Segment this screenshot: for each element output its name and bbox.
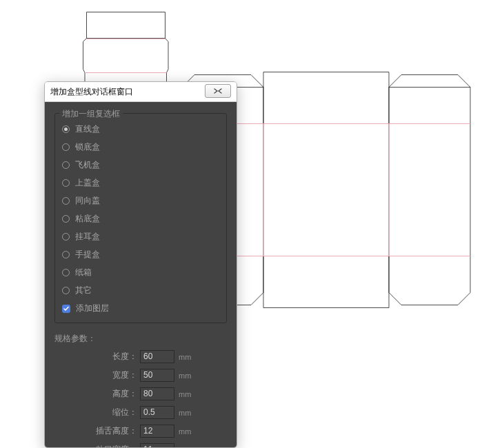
close-icon xyxy=(213,88,223,94)
glue-width-input[interactable]: 11 xyxy=(140,443,174,447)
radio-option-6[interactable]: 挂耳盒 xyxy=(62,231,219,243)
spec-row-length: 长度： 60 mm xyxy=(54,350,227,363)
radio-icon xyxy=(62,197,70,205)
spec-label: 插舌高度： xyxy=(54,425,140,437)
box-type-group: 增加一组复选框 直线盒 锁底盒 飞机盒 上盖盒 xyxy=(54,113,227,323)
radio-option-5[interactable]: 粘底盒 xyxy=(62,213,219,225)
radio-option-8[interactable]: 纸箱 xyxy=(62,267,219,278)
radio-icon xyxy=(62,143,70,151)
radio-icon xyxy=(62,233,70,241)
spec-row-height: 高度： 80 mm xyxy=(54,387,227,400)
tuck-height-input[interactable]: 12 xyxy=(140,425,174,438)
spec-unit: mm xyxy=(179,390,191,398)
spec-rows: 长度： 60 mm 宽度： 50 mm 高度： 80 mm 缩位： 0.5 mm… xyxy=(54,350,227,447)
close-button[interactable] xyxy=(205,84,231,98)
spec-row-shrink: 缩位： 0.5 mm xyxy=(54,406,227,419)
radio-option-7[interactable]: 手提盒 xyxy=(62,249,219,261)
radio-icon xyxy=(62,125,70,133)
dialog-title: 增加盒型线对话框窗口 xyxy=(50,86,133,98)
spec-label: 长度： xyxy=(54,351,140,363)
spec-row-tuck-height: 插舌高度： 12 mm xyxy=(54,425,227,438)
radio-icon xyxy=(62,161,70,169)
dialog-titlebar[interactable]: 增加盒型线对话框窗口 xyxy=(45,82,237,102)
radio-icon xyxy=(62,269,70,276)
radio-label: 纸箱 xyxy=(75,267,92,278)
spec-row-width: 宽度： 50 mm xyxy=(54,369,227,382)
radio-label: 直线盒 xyxy=(75,123,100,135)
box-type-radio-list: 直线盒 锁底盒 飞机盒 上盖盒 同向盖 xyxy=(62,121,219,314)
spec-unit: mm xyxy=(179,353,191,361)
radio-label: 粘底盒 xyxy=(75,213,100,225)
radio-option-2[interactable]: 飞机盒 xyxy=(62,159,219,171)
spec-unit: mm xyxy=(179,427,191,436)
spec-label: 粘口宽度： xyxy=(54,444,140,447)
radio-label: 同向盖 xyxy=(75,195,100,207)
radio-icon xyxy=(62,251,70,258)
spec-unit: mm xyxy=(179,446,191,448)
radio-label: 其它 xyxy=(75,285,92,296)
spec-section-title: 规格参数： xyxy=(54,333,227,345)
add-layer-checkbox-row[interactable]: 添加图层 xyxy=(62,303,219,314)
radio-icon xyxy=(62,179,70,187)
radio-option-1[interactable]: 锁底盒 xyxy=(62,141,219,153)
radio-label: 手提盒 xyxy=(75,249,100,261)
radio-option-3[interactable]: 上盖盒 xyxy=(62,177,219,189)
radio-label: 飞机盒 xyxy=(75,159,100,171)
checkbox-icon xyxy=(62,305,70,313)
radio-option-9[interactable]: 其它 xyxy=(62,285,219,296)
radio-icon xyxy=(62,287,70,294)
spec-label: 宽度： xyxy=(54,369,140,381)
radio-icon xyxy=(62,215,70,223)
box-type-group-legend: 增加一组复选框 xyxy=(59,108,123,120)
radio-label: 锁底盒 xyxy=(75,141,100,153)
checkbox-label: 添加图层 xyxy=(76,303,109,314)
radio-label: 上盖盒 xyxy=(75,177,100,189)
spec-label: 缩位： xyxy=(54,407,140,418)
dialog-body: 增加一组复选框 直线盒 锁底盒 飞机盒 上盖盒 xyxy=(45,102,237,447)
spec-row-glue-width: 粘口宽度： 11 mm xyxy=(54,443,227,447)
length-input[interactable]: 60 xyxy=(140,350,174,363)
radio-label: 挂耳盒 xyxy=(75,231,100,243)
add-box-dieline-dialog: 增加盒型线对话框窗口 增加一组复选框 直线盒 锁底盒 xyxy=(44,81,237,448)
spec-label: 高度： xyxy=(54,388,140,400)
radio-option-4[interactable]: 同向盖 xyxy=(62,195,219,207)
shrink-input[interactable]: 0.5 xyxy=(140,406,174,419)
spec-unit: mm xyxy=(179,371,191,380)
height-input[interactable]: 80 xyxy=(140,387,174,400)
width-input[interactable]: 50 xyxy=(140,369,174,382)
radio-option-0[interactable]: 直线盒 xyxy=(62,123,219,135)
spec-unit: mm xyxy=(179,409,191,417)
